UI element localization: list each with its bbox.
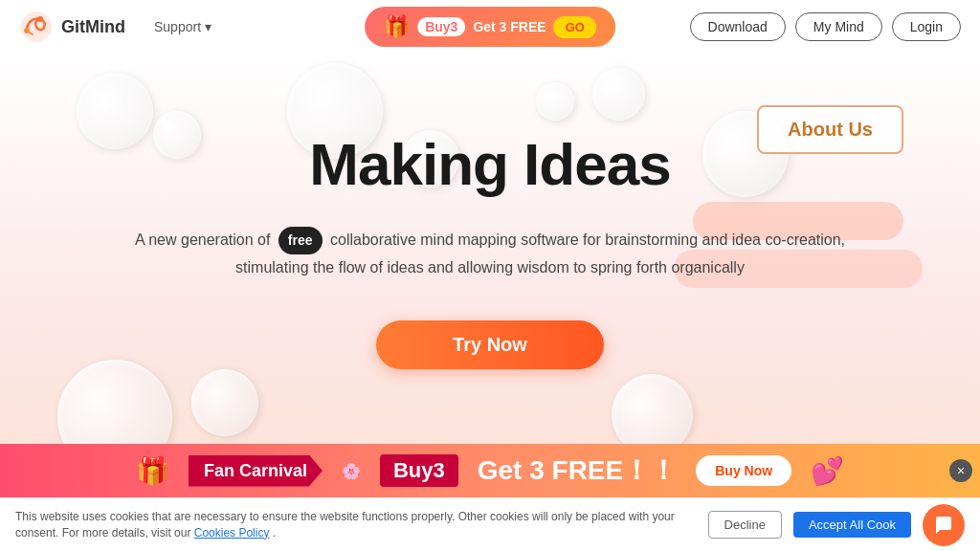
close-carnival-button[interactable]: × (949, 459, 972, 482)
svg-point-1 (37, 16, 43, 22)
cookie-period: . (273, 526, 276, 540)
nav-promo-banner[interactable]: 🎁 Buy3 Get 3 FREE GO (365, 7, 615, 47)
nav-right: Download My Mind Login (690, 12, 961, 41)
carnival-banner: 🎁 Fan Carnival 🌸 Buy3 Get 3 FREE！！ Buy N… (0, 444, 980, 497)
logo-text: GitMind (61, 17, 125, 37)
download-button[interactable]: Download (690, 12, 786, 41)
hero-title: Making Ideas (309, 130, 670, 198)
navbar: GitMind Support ▾ 🎁 Buy3 Get 3 FREE GO D… (0, 0, 980, 54)
logo-icon (19, 10, 54, 44)
support-menu[interactable]: Support ▾ (154, 19, 212, 34)
subtitle-before: A new generation of (135, 231, 270, 248)
carnival-gift-icon: 🎁 (136, 455, 169, 487)
buy-now-button[interactable]: Buy Now (696, 455, 791, 486)
chat-icon (933, 515, 954, 536)
support-label: Support (154, 19, 201, 34)
accept-all-cookies-button[interactable]: Accept All Cook (793, 512, 911, 538)
my-mind-button[interactable]: My Mind (795, 12, 882, 41)
logo[interactable]: GitMind (19, 10, 125, 44)
deco-circle-9 (191, 369, 258, 436)
login-button[interactable]: Login (892, 12, 961, 41)
carnival-heart-icon: 💕 (811, 455, 844, 487)
decline-button[interactable]: Decline (708, 511, 782, 539)
carnival-buy3: Buy3 (380, 454, 458, 487)
close-icon: × (957, 463, 965, 478)
promo-get-label: Get 3 FREE (473, 19, 546, 34)
cookies-policy-link[interactable]: Cookies Policy (194, 526, 270, 540)
about-us-button[interactable]: About Us (757, 105, 903, 154)
free-badge: free (278, 227, 323, 254)
promo-go-button[interactable]: GO (554, 16, 596, 38)
hero-content: Making Ideas A new generation of free co… (0, 54, 980, 369)
carnival-tag: Fan Carnival (189, 455, 323, 487)
carnival-get-label: Get 3 FREE！！ (478, 452, 677, 489)
nav-left: GitMind Support ▾ (19, 10, 212, 44)
carnival-decoration: 🌸 (342, 462, 361, 480)
cookie-banner: This website uses cookies that are neces… (0, 497, 980, 551)
subtitle-after: collaborative mind mapping software for … (235, 231, 845, 276)
promo-buy3: Buy3 (417, 17, 465, 36)
chevron-down-icon: ▾ (205, 19, 212, 34)
try-now-button[interactable]: Try Now (376, 320, 604, 369)
hero-subtitle: A new generation of free collaborative m… (117, 227, 863, 282)
cookie-text: This website uses cookies that are neces… (15, 509, 697, 541)
cookie-message: This website uses cookies that are neces… (15, 510, 675, 540)
chat-support-button[interactable] (923, 504, 965, 546)
